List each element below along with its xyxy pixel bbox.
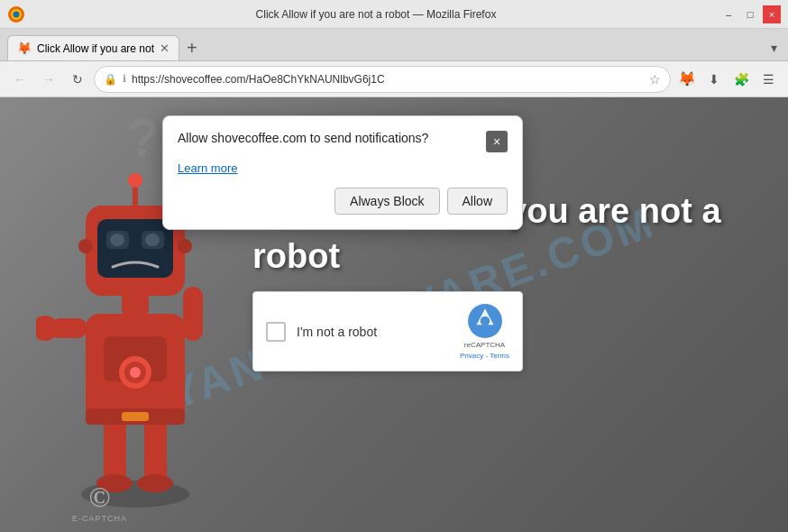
reload-button[interactable]: ↻ — [65, 67, 90, 92]
svg-point-24 — [78, 239, 93, 253]
new-tab-button[interactable]: + — [179, 35, 205, 60]
tab-close-icon[interactable]: ✕ — [160, 41, 170, 55]
svg-point-20 — [110, 234, 124, 246]
recaptcha-checkbox[interactable] — [266, 322, 286, 342]
notification-buttons: Always Block Allow — [178, 188, 508, 215]
notification-close-button[interactable]: × — [486, 131, 508, 152]
svg-rect-17 — [97, 219, 173, 278]
svg-point-7 — [137, 474, 173, 492]
recaptcha-widget: I'm not a robot reCAPTCHA Privacy - Term… — [252, 291, 523, 371]
recaptcha-logo-area: reCAPTCHA Privacy - Terms — [460, 303, 509, 360]
close-button[interactable]: × — [763, 5, 781, 23]
pocket-icon[interactable]: 🦊 — [674, 67, 700, 92]
browser-window: Click Allow if you are not a robot — Moz… — [0, 0, 788, 532]
recaptcha-label: I'm not a robot — [297, 325, 377, 339]
window-title: Click Allow if you are not a robot — Moz… — [32, 8, 719, 21]
always-block-button[interactable]: Always Block — [334, 188, 439, 215]
title-bar: Click Allow if you are not a robot — Moz… — [0, 0, 788, 29]
svg-point-30 — [480, 316, 490, 326]
tab-bar: 🦊 Click Allow if you are not ✕ + ▾ — [0, 29, 788, 61]
recaptcha-privacy-link[interactable]: Privacy — [460, 352, 483, 360]
recaptcha-terms-link[interactable]: Terms — [490, 352, 509, 360]
back-button[interactable]: ← — [7, 67, 32, 92]
tab-overflow-button[interactable]: ▾ — [767, 35, 781, 60]
svg-point-25 — [178, 239, 192, 253]
svg-rect-22 — [133, 186, 138, 207]
firefox-logo-icon — [7, 5, 25, 23]
nav-bar: ← → ↻ 🔒 ℹ https://shovecoffee.com/HaOe8C… — [0, 61, 788, 97]
tab-favicon-icon: 🦊 — [17, 41, 32, 55]
svg-point-28 — [130, 367, 141, 378]
svg-point-13 — [36, 316, 58, 341]
recaptcha-brand-text: reCAPTCHA — [464, 341, 505, 350]
bookmark-star-icon[interactable]: ☆ — [649, 72, 661, 87]
overflow-menu-icon[interactable]: ☰ — [756, 67, 781, 92]
svg-rect-14 — [183, 287, 203, 341]
active-tab[interactable]: 🦊 Click Allow if you are not ✕ — [7, 35, 179, 60]
nav-right-icons: 🦊 ⬇ 🧩 ☰ — [674, 67, 781, 92]
notification-popup: Allow shovecoffee.com to send notificati… — [162, 115, 523, 230]
url-bar[interactable]: 🔒 ℹ https://shovecoffee.com/HaOe8ChYkNAU… — [94, 66, 671, 93]
maximize-button[interactable]: □ — [741, 5, 759, 23]
svg-point-21 — [145, 234, 160, 246]
page-content: MYANTISPYWARE.COM ? — [0, 97, 788, 532]
allow-button[interactable]: Allow — [447, 188, 508, 215]
info-icon: ℹ — [123, 73, 126, 85]
minimize-button[interactable]: – — [719, 5, 738, 23]
svg-point-2 — [14, 11, 20, 17]
recaptcha-checkbox-area: I'm not a robot — [266, 322, 460, 342]
forward-button[interactable]: → — [36, 67, 61, 92]
url-text: https://shovecoffee.com/HaOe8ChYkNAUNlbv… — [132, 73, 644, 86]
download-icon[interactable]: ⬇ — [701, 67, 727, 92]
security-shield-icon: 🔒 — [104, 73, 117, 86]
window-controls: – □ × — [719, 5, 781, 23]
captcha-logo: © E-CAPTCHA — [72, 481, 127, 523]
learn-more-link[interactable]: Learn more — [178, 161, 508, 175]
recaptcha-links: Privacy - Terms — [460, 352, 509, 360]
notification-title: Allow shovecoffee.com to send notificati… — [178, 131, 486, 145]
tab-title: Click Allow if you are not — [37, 42, 154, 55]
extensions-icon[interactable]: 🧩 — [728, 67, 754, 92]
svg-rect-11 — [122, 412, 149, 421]
svg-point-23 — [128, 173, 142, 188]
notification-header: Allow shovecoffee.com to send notificati… — [178, 131, 508, 152]
